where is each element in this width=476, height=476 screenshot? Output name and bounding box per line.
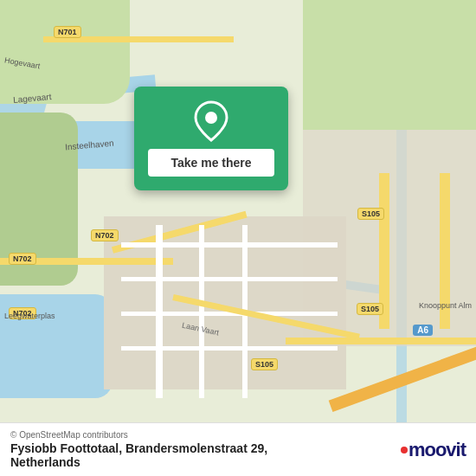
address-line1: Fysiobb Foottotaal, Brandersmolenstraat … [10, 441, 267, 455]
logo-dot [401, 447, 408, 453]
road-s105-2 [440, 173, 450, 329]
label-s105-2: S105 [357, 303, 383, 315]
app-container: N701 N702 N702 N702 S105 S105 S105 A6 In… [0, 0, 476, 476]
label-a6: A6 [413, 325, 433, 336]
label-n701: N701 [54, 26, 81, 38]
green-top-left [0, 0, 130, 104]
address-line2: Netherlands [10, 455, 267, 469]
road-white-7 [121, 346, 338, 351]
label-s105-1: S105 [357, 208, 384, 220]
label-s105-3: S105 [251, 358, 278, 370]
map-area[interactable]: N701 N702 N702 N702 S105 S105 S105 A6 In… [0, 0, 476, 422]
map-popup: Take me there [134, 87, 288, 190]
footer-info: © OpenStreetMap contributors Fysiobb Foo… [10, 430, 267, 469]
label-n702-mid: N702 [91, 229, 119, 241]
moovit-logo: moovit [401, 439, 466, 461]
green-top-right [303, 0, 476, 130]
logo-text: moovit [408, 439, 466, 461]
location-pin [196, 102, 227, 140]
road-white-5 [121, 277, 338, 281]
road-s105-horiz [286, 338, 476, 344]
label-n702-bottom: N702 [9, 307, 36, 319]
label-n702-left: N702 [9, 253, 36, 265]
pin-svg [194, 100, 228, 142]
road-white-4 [121, 242, 338, 248]
footer-bar: © OpenStreetMap contributors Fysiobb Foo… [0, 422, 476, 476]
take-me-there-button[interactable]: Take me there [148, 149, 274, 177]
svg-point-0 [205, 112, 217, 124]
osm-credit: © OpenStreetMap contributors [10, 430, 267, 440]
